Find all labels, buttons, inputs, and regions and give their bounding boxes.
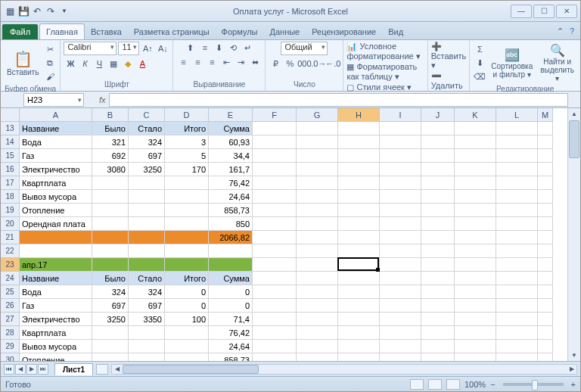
cell[interactable]	[421, 272, 455, 285]
cell[interactable]	[92, 217, 129, 231]
cell[interactable]	[338, 299, 380, 313]
help-icon[interactable]: ?	[570, 26, 574, 36]
cell[interactable]: Вывоз мусора	[20, 340, 92, 353]
cell[interactable]	[496, 176, 538, 190]
cell[interactable]	[297, 299, 338, 313]
cell[interactable]	[455, 122, 496, 135]
font-name-select[interactable]: Calibri	[64, 42, 117, 55]
cell[interactable]: 697	[129, 299, 165, 313]
cell[interactable]: Отопление	[20, 353, 92, 361]
cell[interactable]	[421, 217, 455, 231]
cell[interactable]: 2066,82	[209, 231, 253, 244]
cell[interactable]	[455, 149, 496, 163]
cell[interactable]	[421, 204, 455, 217]
align-middle-button[interactable]: ≡	[198, 42, 212, 54]
cell[interactable]: 858,73	[209, 204, 253, 217]
align-center-button[interactable]: ≡	[191, 56, 204, 68]
cell[interactable]	[338, 217, 380, 231]
cell[interactable]	[496, 353, 538, 361]
scroll-thumb[interactable]	[569, 120, 579, 158]
cell[interactable]	[496, 299, 538, 313]
cell[interactable]	[165, 176, 209, 190]
copy-button[interactable]: ⧉	[43, 57, 57, 69]
cell[interactable]	[297, 326, 338, 340]
cell[interactable]	[380, 299, 421, 313]
cell[interactable]	[253, 285, 297, 299]
cell[interactable]	[297, 190, 338, 204]
row-header[interactable]: 16	[1, 163, 20, 176]
cell[interactable]	[129, 353, 165, 361]
row-header[interactable]: 28	[1, 326, 20, 340]
cell[interactable]	[455, 244, 496, 258]
cell[interactable]	[538, 299, 553, 313]
cell[interactable]	[455, 340, 496, 353]
sort-filter-button[interactable]: 🔤 Сортировкаи фильтр ▾	[488, 42, 536, 84]
cell[interactable]	[165, 231, 209, 244]
cell[interactable]	[338, 258, 380, 272]
align-left-button[interactable]: ≡	[176, 56, 190, 68]
cell[interactable]: Стало	[129, 272, 165, 285]
zoom-in-button[interactable]: +	[571, 380, 576, 389]
cell[interactable]	[253, 313, 297, 326]
cell[interactable]	[380, 353, 421, 361]
cell[interactable]: 76,42	[209, 326, 253, 340]
row-header[interactable]: 13	[1, 122, 20, 135]
cell[interactable]	[129, 190, 165, 204]
page-layout-view-button[interactable]	[428, 379, 442, 390]
cell[interactable]	[253, 176, 297, 190]
cell[interactable]	[297, 149, 338, 163]
cell[interactable]	[338, 313, 380, 326]
underline-button[interactable]: Ч	[92, 58, 106, 70]
column-header-C[interactable]: C	[129, 108, 165, 122]
cell[interactable]: 3350	[129, 313, 165, 326]
cell[interactable]: 324	[129, 285, 165, 299]
cell[interactable]	[496, 244, 538, 258]
cell[interactable]	[538, 326, 553, 340]
cell[interactable]	[496, 340, 538, 353]
cell[interactable]	[538, 258, 553, 272]
undo-icon[interactable]: ↶	[31, 5, 43, 17]
zoom-slider[interactable]	[503, 383, 564, 386]
cell[interactable]	[338, 231, 380, 244]
cell[interactable]	[338, 176, 380, 190]
cell[interactable]	[92, 244, 129, 258]
tab-formulas[interactable]: Формулы	[216, 24, 264, 39]
cell[interactable]	[380, 190, 421, 204]
cell[interactable]	[253, 204, 297, 217]
scroll-down-icon[interactable]: ▼	[568, 350, 580, 361]
row-header[interactable]: 14	[1, 135, 20, 149]
cell[interactable]	[455, 190, 496, 204]
cell[interactable]: Квартплата	[20, 176, 92, 190]
font-size-select[interactable]: 11	[118, 42, 139, 55]
sheet-first-button[interactable]: ⏮	[4, 364, 14, 375]
row-header[interactable]: 19	[1, 204, 20, 217]
column-header-M[interactable]: M	[538, 108, 553, 122]
cell[interactable]	[496, 326, 538, 340]
cell[interactable]	[338, 190, 380, 204]
cell[interactable]: 324	[129, 135, 165, 149]
orientation-button[interactable]: ⟲	[227, 42, 241, 54]
cell[interactable]: 24,64	[209, 340, 253, 353]
column-header-I[interactable]: I	[380, 108, 421, 122]
percent-button[interactable]: %	[283, 58, 297, 70]
cell[interactable]: Вода	[20, 135, 92, 149]
cell[interactable]	[455, 163, 496, 176]
cell[interactable]: Орендная плата	[20, 217, 92, 231]
number-format-select[interactable]: Общий	[281, 42, 328, 55]
cell[interactable]	[496, 135, 538, 149]
cell[interactable]	[129, 244, 165, 258]
cell[interactable]	[421, 163, 455, 176]
cell[interactable]	[338, 135, 380, 149]
cell[interactable]	[538, 190, 553, 204]
row-header[interactable]: 26	[1, 299, 20, 313]
cell[interactable]: 850	[209, 217, 253, 231]
cell[interactable]	[496, 217, 538, 231]
cell[interactable]	[297, 135, 338, 149]
tab-insert[interactable]: Вставка	[85, 24, 128, 39]
cell[interactable]	[338, 163, 380, 176]
file-tab[interactable]: Файл	[2, 24, 38, 39]
cell[interactable]	[421, 244, 455, 258]
cell[interactable]: 71,4	[209, 313, 253, 326]
cell[interactable]	[92, 340, 129, 353]
cell[interactable]	[297, 313, 338, 326]
